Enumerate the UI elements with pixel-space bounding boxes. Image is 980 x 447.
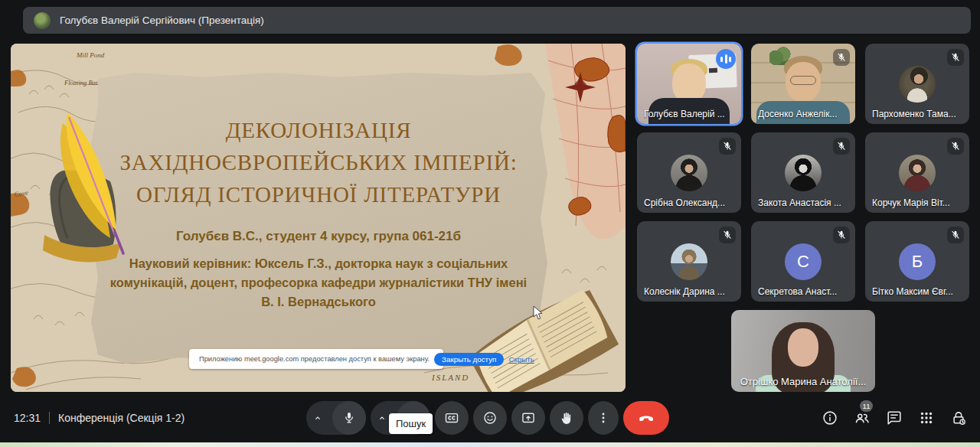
divider — [49, 412, 50, 424]
present-screen-icon — [521, 410, 536, 426]
screen-share-banner: Приложению meet.google.com предоставлен … — [189, 349, 443, 369]
mic-button[interactable] — [332, 401, 366, 435]
participant-name: Корчук Марія Віт... — [872, 197, 950, 208]
mic-muted-icon — [947, 227, 964, 243]
slide-author-line: Голубєв В.С., студент 4 курсу, група 061… — [95, 229, 542, 244]
google-meet-window: Голубєв Валерій Сергійович (Презентація) — [0, 0, 980, 447]
tooltip: Пошук — [389, 413, 433, 434]
audio-level-indicator — [716, 49, 736, 69]
participant-tile[interactable]: Закота Анастасія ... — [751, 132, 855, 213]
participant-letter-avatar: С — [785, 243, 822, 280]
meeting-name: Конференція (Секція 1-2) — [58, 412, 185, 424]
presenter-name: Голубєв Валерій Сергійович (Презентація) — [60, 15, 264, 26]
participant-tile[interactable]: Срібна Олександ... — [637, 132, 741, 213]
smiley-icon — [482, 410, 498, 426]
participant-tile[interactable]: Отрішко Марина Анатолії... — [731, 310, 875, 392]
info-icon — [822, 409, 838, 426]
participant-tile[interactable]: Пархоменко Тама... — [865, 44, 969, 124]
slide-advisor-line: Науковий керівник: Юксель Г.З., докторка… — [110, 254, 528, 311]
leave-call-button[interactable] — [623, 401, 669, 435]
captions-icon — [444, 410, 459, 426]
slide-title: ДЕКОЛОНІЗАЦІЯ ЗАХІДНОЄВРОПЕЙСЬКИХ ІМПЕРІ… — [95, 114, 542, 210]
mic-muted-icon — [947, 138, 964, 155]
participant-name: Закота Анастасія ... — [758, 197, 841, 208]
map-label: Mill Pond — [76, 51, 105, 59]
hide-banner-link[interactable]: Скрыть — [508, 355, 534, 364]
chat-icon — [886, 409, 903, 426]
participant-tile[interactable]: Корчук Марія Віт... — [865, 132, 969, 213]
captions-button[interactable] — [435, 401, 469, 435]
participant-avatar — [671, 243, 707, 280]
presenter-avatar — [34, 12, 51, 29]
apps-grid-icon — [918, 409, 935, 426]
slide-title-line: ОГЛЯД ІСТОРИЧНОЇ ЛІТЕРАТУРИ — [136, 182, 501, 207]
call-controls — [306, 401, 669, 435]
lock-icon — [950, 409, 967, 426]
participant-name: Досенко Анжелік... — [758, 109, 837, 119]
reactions-button[interactable] — [473, 401, 507, 435]
chat-button[interactable] — [885, 409, 903, 427]
participant-avatar — [899, 66, 936, 103]
participant-avatar — [785, 155, 822, 191]
present-button[interactable] — [511, 401, 545, 435]
mouse-cursor — [533, 305, 544, 321]
participant-letter-avatar: Б — [899, 243, 936, 280]
activities-button[interactable] — [917, 409, 936, 427]
participant-name: Голубєв Валерій ... — [644, 109, 725, 119]
mic-muted-icon — [833, 227, 850, 243]
clock: 12:31 — [14, 412, 41, 424]
participant-name: Срібна Олександ... — [644, 197, 725, 208]
participants-grid: Голубєв Валерій ... Досенко Анжелік... П… — [637, 44, 969, 392]
mic-muted-icon — [719, 227, 736, 243]
participant-tile[interactable]: Б Бітко Максим Євг... — [865, 221, 969, 302]
presenter-banner: Голубєв Валерій Сергійович (Презентація) — [23, 7, 971, 34]
slide-title-line: ДЕКОЛОНІЗАЦІЯ — [226, 118, 412, 142]
shared-screen-presentation[interactable]: Mill Pond Floating Battery Cove STLE ISL… — [11, 44, 626, 392]
participant-avatar — [899, 155, 936, 191]
participant-name: Пархоменко Тама... — [872, 109, 956, 119]
people-icon — [854, 409, 871, 426]
participant-tile[interactable]: Колеснік Дарина ... — [637, 221, 741, 302]
more-vertical-icon — [596, 410, 611, 426]
side-panel-controls: 11 — [821, 409, 968, 427]
call-end-icon — [637, 409, 655, 427]
participant-name: Бітко Максим Євг... — [872, 286, 953, 297]
participant-name: Колеснік Дарина ... — [644, 286, 725, 297]
host-controls-button[interactable] — [949, 409, 968, 427]
stop-sharing-button[interactable]: Закрыть доступ — [434, 353, 504, 366]
more-options-button[interactable] — [588, 401, 619, 435]
control-bar: 12:31 Конференція (Секція 1-2) — [0, 395, 980, 441]
slide-text-block: ДЕКОЛОНІЗАЦІЯ ЗАХІДНОЄВРОПЕЙСЬКИХ ІМПЕРІ… — [95, 114, 542, 311]
people-button[interactable]: 11 — [853, 409, 871, 427]
mic-muted-icon — [719, 138, 736, 155]
participant-tile[interactable]: С Бітко Максим Євг... Секретова Анаст... — [751, 221, 855, 302]
raise-hand-button[interactable] — [550, 401, 583, 435]
chevron-up-icon — [312, 412, 324, 424]
mic-icon — [341, 410, 357, 426]
mic-muted-icon — [833, 138, 850, 155]
chevron-up-icon — [376, 412, 388, 424]
participants-count-badge: 11 — [860, 400, 873, 412]
participant-name: Отрішко Марина Анатолії... — [740, 376, 866, 387]
participant-avatar — [671, 155, 707, 191]
participant-tile[interactable]: Досенко Анжелік... — [751, 44, 855, 124]
mic-options-chevron[interactable] — [312, 412, 324, 424]
camera-options-chevron[interactable] — [376, 412, 388, 424]
slide-title-line: ЗАХІДНОЄВРОПЕЙСЬКИХ ІМПЕРІЙ: — [119, 150, 517, 175]
mic-control-group — [306, 401, 366, 435]
mic-muted-icon — [833, 49, 850, 66]
meeting-meta: 12:31 Конференція (Секція 1-2) — [14, 412, 185, 424]
hand-icon — [559, 410, 574, 426]
meeting-details-button[interactable] — [821, 409, 839, 427]
mic-muted-icon — [947, 49, 964, 66]
share-notice-message: Приложению meet.google.com предоставлен … — [199, 355, 430, 363]
background-window-edge — [0, 442, 980, 447]
participant-name: Секретова Анаст... — [758, 286, 837, 297]
participant-tile[interactable]: Голубєв Валерій ... — [637, 44, 741, 124]
